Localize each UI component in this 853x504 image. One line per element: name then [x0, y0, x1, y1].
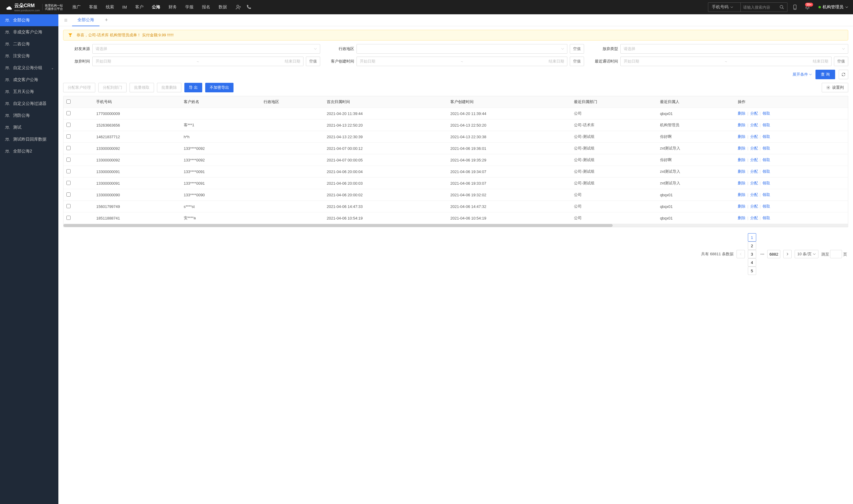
filter-last-call-range[interactable]: 开始日期 ~ 结束日期 [620, 57, 832, 66]
sidebar-item[interactable]: 测试 [0, 122, 58, 133]
column-header[interactable]: 操作 [735, 96, 848, 108]
next-page-button[interactable] [783, 250, 792, 258]
select-all-checkbox[interactable] [67, 100, 71, 104]
row-action[interactable]: 分配 [750, 204, 758, 209]
row-checkbox[interactable] [67, 134, 71, 139]
filter-abandon-time-range[interactable]: 开始日期 ~ 结束日期 [92, 57, 304, 66]
scrollbar-thumb[interactable] [63, 224, 613, 227]
row-action[interactable]: 分配 [750, 169, 758, 174]
top-nav-item[interactable]: 公海 [148, 0, 164, 14]
column-header[interactable]: 手机号码 [93, 96, 181, 108]
row-checkbox[interactable] [67, 181, 71, 185]
sidebar-item[interactable]: 自定义公海过滤器 [0, 98, 58, 110]
row-action[interactable]: 分配 [750, 181, 758, 185]
row-action[interactable]: 删除 [738, 111, 745, 115]
batch-delete-button[interactable]: 批量删除 [157, 83, 181, 92]
row-action[interactable]: 分配 [750, 146, 758, 150]
tab-all-sea[interactable]: 全部公海 [72, 14, 99, 26]
export-plain-button[interactable]: 不加密导出 [205, 83, 234, 92]
row-action[interactable]: 删除 [738, 169, 745, 174]
sidebar-item[interactable]: 成交客户公海 [0, 74, 58, 86]
row-action[interactable]: 删除 [738, 204, 745, 209]
page-number-button[interactable]: 4 [748, 258, 756, 267]
top-nav-item[interactable]: 线索 [102, 0, 117, 14]
page-size-select[interactable]: 10 条/页 [795, 250, 818, 258]
row-action[interactable]: 删除 [738, 158, 745, 162]
row-checkbox[interactable] [67, 204, 71, 208]
row-action[interactable]: 领取 [762, 111, 770, 115]
sidebar-item[interactable]: 消防公海 [0, 110, 58, 122]
add-tab-button[interactable]: + [101, 17, 112, 23]
column-header[interactable]: 客户姓名 [181, 96, 260, 108]
row-action[interactable]: 分配 [750, 123, 758, 127]
row-action[interactable]: 删除 [738, 134, 745, 139]
collapse-tabs-icon[interactable] [61, 18, 71, 22]
top-nav-item[interactable]: IM [119, 0, 131, 14]
row-action[interactable]: 分配 [750, 111, 758, 115]
top-nav-item[interactable]: 报名 [198, 0, 214, 14]
page-number-button[interactable]: 2 [748, 241, 756, 250]
phone-icon[interactable] [246, 4, 251, 10]
search-input[interactable] [741, 3, 777, 12]
sidebar-item[interactable]: 注安公海 [0, 50, 58, 62]
row-action[interactable]: 领取 [762, 193, 770, 197]
notification-icon[interactable]: 99+ [805, 4, 810, 10]
filter-abandon-time-empty[interactable]: 空值 [306, 57, 320, 66]
row-action[interactable]: 删除 [738, 193, 745, 197]
search-filter-button[interactable]: 查 询 [815, 70, 835, 79]
mobile-icon[interactable] [792, 4, 798, 10]
column-header[interactable]: 首次归属时间 [324, 96, 447, 108]
row-checkbox[interactable] [67, 123, 71, 127]
sidebar-item[interactable]: 全部公海 [0, 14, 58, 26]
row-action[interactable]: 领取 [762, 158, 770, 162]
refresh-button[interactable] [839, 70, 848, 79]
filter-create-time-empty[interactable]: 空值 [570, 57, 584, 66]
row-action[interactable]: 领取 [762, 134, 770, 139]
row-action[interactable]: 删除 [738, 146, 745, 150]
filter-last-call-empty[interactable]: 空值 [834, 57, 848, 66]
row-action[interactable]: 删除 [738, 123, 745, 127]
row-action[interactable]: 领取 [762, 204, 770, 209]
sidebar-item[interactable]: 全部公海2 [0, 145, 58, 157]
filter-create-time-range[interactable]: 开始日期 ~ 结束日期 [357, 57, 568, 66]
sidebar-item[interactable]: 自定义公海分组⌄ [0, 62, 58, 74]
assign-manager-button[interactable]: 分配客户经理 [63, 83, 95, 92]
batch-claim-button[interactable]: 批量领取 [130, 83, 154, 92]
filter-region-empty[interactable]: 空值 [570, 44, 584, 54]
top-nav-item[interactable]: 推广 [69, 0, 84, 14]
search-button[interactable] [777, 5, 787, 10]
row-action[interactable]: 分配 [750, 158, 758, 162]
add-user-icon[interactable] [235, 4, 241, 10]
top-nav-item[interactable]: 财务 [165, 0, 181, 14]
sidebar-item[interactable]: 非成交客户公海 [0, 26, 58, 38]
row-action[interactable]: 分配 [750, 134, 758, 139]
assign-dept-button[interactable]: 分配到部门 [98, 83, 127, 92]
page-number-button[interactable]: 3 [748, 250, 756, 258]
row-action[interactable]: 分配 [750, 216, 758, 220]
search-type-select[interactable]: 手机号码 [708, 3, 741, 12]
row-action[interactable]: 删除 [738, 216, 745, 220]
filter-abandon-type-select[interactable]: 请选择 [620, 44, 848, 54]
row-checkbox[interactable] [67, 146, 71, 150]
row-checkbox[interactable] [67, 193, 71, 197]
row-checkbox[interactable] [67, 158, 71, 162]
column-header[interactable]: 行政地区 [260, 96, 324, 108]
column-header[interactable]: 最近归属部门 [571, 96, 657, 108]
prev-page-button[interactable] [737, 250, 745, 258]
top-nav-item[interactable]: 数据 [215, 0, 231, 14]
export-button[interactable]: 导 出 [184, 83, 202, 92]
row-checkbox[interactable] [67, 111, 71, 115]
sidebar-item[interactable]: 五月天公海 [0, 86, 58, 98]
row-action[interactable]: 删除 [738, 181, 745, 185]
page-jump-input[interactable] [830, 250, 842, 258]
column-header[interactable]: 客户创建时间 [447, 96, 571, 108]
row-action[interactable]: 领取 [762, 216, 770, 220]
sidebar-item[interactable]: 测试昨日回库数据 [0, 133, 58, 145]
last-page-button[interactable]: 6882 [767, 250, 780, 258]
logo[interactable]: 云朵CRM www.yunduocrm.com 教育机构一站 式服务云平台 [5, 3, 63, 12]
row-action[interactable]: 领取 [762, 181, 770, 185]
top-nav-item[interactable]: 客服 [86, 0, 101, 14]
top-nav-item[interactable]: 客户 [132, 0, 147, 14]
row-checkbox[interactable] [67, 216, 71, 220]
column-header[interactable]: 最近归属人 [657, 96, 735, 108]
